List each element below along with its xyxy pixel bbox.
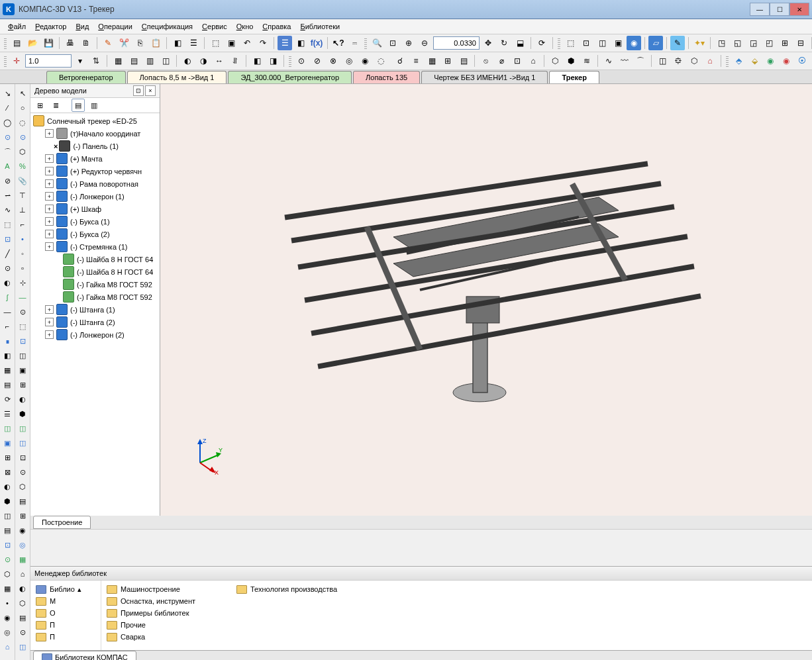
copy-button[interactable]: ⎘	[132, 36, 147, 50]
t13[interactable]: ∿	[601, 54, 616, 68]
minimize-button[interactable]: —	[750, 3, 770, 16]
side-tool-26[interactable]: ⊙	[16, 465, 29, 479]
side-tool-6[interactable]: ⊘	[1, 174, 14, 187]
menu-справка[interactable]: Справка	[258, 21, 295, 32]
tree-root[interactable]: Солнечный трекер «ED-25	[30, 115, 160, 127]
view-cube2[interactable]: ⬙	[747, 54, 762, 68]
tree-item[interactable]: ×(-) Панель (1)	[30, 140, 160, 152]
t4[interactable]: ⊞	[440, 54, 455, 68]
lib-item[interactable]: М	[36, 595, 95, 607]
side-tool-16[interactable]: ⌐	[1, 320, 14, 333]
tree-item[interactable]: +(-) Лонжерон (2)	[30, 328, 160, 341]
side-tool-22[interactable]: ☰	[1, 407, 14, 420]
g2[interactable]: ▤	[127, 54, 141, 68]
t12[interactable]: ≋	[580, 54, 594, 68]
side-tool-7[interactable]: ⊤	[16, 189, 29, 202]
library-footer-tab[interactable]: Библиотеки КОМПАС	[33, 651, 136, 660]
side-tool-9[interactable]: ⬚	[1, 218, 14, 231]
lib-item[interactable]: Примеры библиотек	[107, 607, 226, 619]
t2[interactable]: ≡	[409, 54, 423, 68]
select-button[interactable]: ⬚	[208, 36, 223, 50]
doc-tab[interactable]: Трекер	[549, 71, 599, 83]
side-tool-11[interactable]: ╱	[1, 247, 14, 260]
g1[interactable]: ▦	[111, 54, 125, 68]
expander-icon[interactable]: +	[45, 205, 54, 213]
lib-item[interactable]: О	[36, 607, 95, 619]
side-tool-34[interactable]: ▦	[1, 582, 14, 595]
side-tool-4[interactable]: ⬡	[16, 145, 29, 158]
expander-icon[interactable]: +	[45, 179, 54, 188]
side-tool-24[interactable]: ▣	[1, 436, 14, 449]
tree-item[interactable]: +(-) Лонжерон (1)	[30, 190, 160, 203]
tree-item[interactable]: +(+) Шкаф	[30, 203, 160, 215]
side-tool-36[interactable]: ▤	[16, 611, 29, 624]
menu-файл[interactable]: Файл	[4, 21, 30, 32]
tree-item[interactable]: +(-) Стремянка (1)	[30, 240, 160, 253]
t15[interactable]: ⌒	[633, 54, 648, 68]
open-button[interactable]: 📂	[25, 36, 40, 50]
lib-item[interactable]: П	[36, 631, 95, 643]
section-button[interactable]: ✎	[670, 36, 685, 50]
tb-b[interactable]: ◱	[730, 36, 744, 50]
maximize-button[interactable]: ☐	[770, 3, 789, 16]
menu-вид[interactable]: Вид	[72, 21, 93, 32]
side-tool-23[interactable]: ◫	[1, 422, 14, 435]
shaded-button[interactable]: ◉	[627, 36, 641, 50]
tree-item[interactable]: +(-) Штанга (2)	[30, 316, 160, 328]
side-tool-30[interactable]: ▤	[1, 524, 14, 537]
scale-drop[interactable]: ▾	[73, 54, 87, 68]
manage-button[interactable]: ☰	[278, 36, 292, 50]
expander-icon[interactable]: +	[45, 242, 54, 251]
side-tool-0[interactable]: ↖	[16, 87, 29, 100]
side-tool-32[interactable]: ▦	[16, 553, 29, 566]
viewport-3d[interactable]: Z Y X	[160, 84, 812, 516]
expander-icon[interactable]: +	[45, 330, 54, 339]
side-tool-13[interactable]: ◐	[1, 276, 14, 289]
expander-icon[interactable]: +	[45, 154, 54, 163]
side-tool-20[interactable]: ⊞	[16, 378, 29, 391]
side-tool-26[interactable]: ⊠	[1, 465, 14, 479]
doc-tab[interactable]: ЭД_300.000_Ветрогенератор	[228, 71, 352, 83]
c5[interactable]: ◉	[358, 54, 372, 68]
t17[interactable]: ⯐	[671, 54, 685, 68]
side-tool-5[interactable]: A	[1, 160, 14, 173]
menu-сервис[interactable]: Сервис	[198, 21, 231, 32]
props-button[interactable]: ☰	[186, 36, 201, 50]
side-tool-24[interactable]: ◫	[16, 436, 29, 449]
tree-item[interactable]: +(+) Мачта	[30, 152, 160, 165]
side-tool-11[interactable]: ◦	[16, 247, 29, 260]
side-tool-10[interactable]: ⊡	[1, 232, 14, 246]
side-tool-14[interactable]: ∫	[1, 291, 14, 304]
c1[interactable]: ⊙	[294, 54, 309, 68]
tb-d[interactable]: ◰	[762, 36, 776, 50]
side-tool-38[interactable]: ◫	[16, 640, 29, 653]
tb-c[interactable]: ◲	[746, 36, 760, 50]
side-tool-21[interactable]: ◐	[16, 393, 29, 406]
c2[interactable]: ⊘	[310, 54, 325, 68]
side-tool-27[interactable]: ◐	[1, 480, 14, 493]
lib-item[interactable]: Прочие	[107, 619, 226, 631]
rotate-button[interactable]: ↻	[497, 36, 511, 50]
s6[interactable]: ◨	[266, 54, 280, 68]
grip-icon[interactable]	[289, 55, 291, 67]
side-tool-23[interactable]: ◫	[16, 422, 29, 435]
t3[interactable]: ▦	[425, 54, 439, 68]
marker-button[interactable]: ✎	[101, 36, 115, 50]
tree-list-button[interactable]: ≣	[49, 99, 62, 112]
tree-item[interactable]: (-) Шайба 8 Н ГОСТ 64	[30, 253, 160, 265]
wireframe-button[interactable]: ⬚	[563, 36, 578, 50]
hidden-lines-button[interactable]: ⊡	[579, 36, 593, 50]
side-tool-18[interactable]: ◫	[16, 349, 29, 362]
side-tool-17[interactable]: ∎	[1, 334, 14, 348]
redo-button[interactable]: ↷	[256, 36, 270, 50]
menu-спецификация[interactable]: Спецификация	[138, 21, 197, 32]
help-button[interactable]: ↖?	[331, 36, 346, 50]
t11[interactable]: ⬢	[564, 54, 578, 68]
side-tool-1[interactable]: ○	[16, 101, 29, 115]
tree-item[interactable]: (-) Гайка М8 ГОСТ 592	[30, 278, 160, 291]
side-tool-2[interactable]: ◌	[16, 116, 29, 129]
view-cube[interactable]: ⬘	[731, 54, 746, 68]
render-rec[interactable]: ⦿	[795, 54, 809, 68]
side-tool-15[interactable]: —	[1, 305, 14, 318]
side-tool-31[interactable]: ◎	[16, 538, 29, 551]
